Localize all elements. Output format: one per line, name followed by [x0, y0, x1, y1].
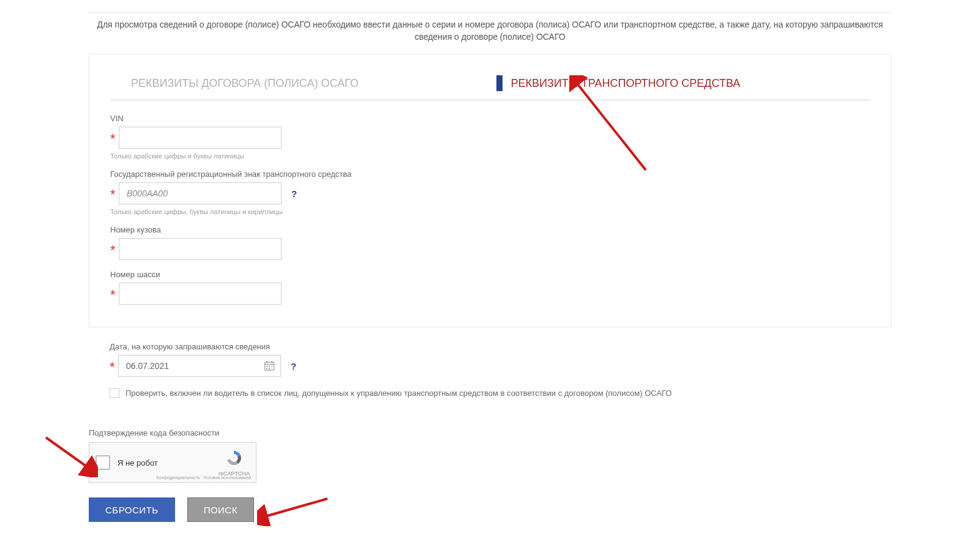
form-panel: РЕКВИЗИТЫ ДОГОВОРА (ПОЛИСА) ОСАГО РЕКВИЗ…	[89, 54, 891, 327]
field-date: Дата, на которую запрашиваются сведения …	[110, 342, 891, 377]
tabs: РЕКВИЗИТЫ ДОГОВОРА (ПОЛИСА) ОСАГО РЕКВИЗ…	[110, 69, 870, 100]
recaptcha-widget: Я не робот reCAPTCHA Конфиденциальность …	[89, 442, 256, 483]
recaptcha-legal: Конфиденциальность · Условия использован…	[156, 475, 251, 480]
driver-check-label: Проверить, включен ли водитель в список …	[125, 389, 671, 398]
required-asterisk: *	[110, 242, 119, 258]
field-chassis: Номер шасси *	[110, 270, 870, 305]
vin-hint: Только арабские цифры и буквы латиницы	[110, 152, 870, 160]
field-vin: VIN * Только арабские цифры и буквы лати…	[110, 114, 870, 160]
body-label: Номер кузова	[110, 225, 870, 234]
search-button[interactable]: ПОИСК	[187, 497, 254, 522]
field-grz: Государственный регистрационный знак тра…	[110, 169, 870, 215]
driver-checkbox[interactable]	[110, 388, 119, 398]
body-input[interactable]	[119, 238, 282, 260]
chassis-input[interactable]	[119, 283, 282, 305]
field-body: Номер кузова *	[110, 225, 870, 260]
required-asterisk: *	[110, 187, 119, 203]
driver-check-row: Проверить, включен ли водитель в список …	[110, 388, 891, 398]
recaptcha-checkbox[interactable]	[95, 455, 110, 470]
tab-active-indicator	[496, 75, 503, 91]
grz-hint: Только арабские цифры, буквы латиницы и …	[110, 208, 870, 215]
grz-label: Государственный регистрационный знак тра…	[110, 169, 870, 179]
recaptcha-icon	[223, 449, 244, 467]
required-asterisk: *	[110, 131, 119, 147]
date-label: Дата, на которую запрашиваются сведения	[110, 342, 891, 351]
tab-vehicle[interactable]: РЕКВИЗИТЫ ТРАНСПОРТНОГО СРЕДСТВА	[490, 69, 870, 100]
tab-vehicle-label: РЕКВИЗИТЫ ТРАНСПОРТНОГО СРЕДСТВА	[511, 77, 741, 90]
grz-input[interactable]	[119, 182, 282, 204]
tab-policy-label: РЕКВИЗИТЫ ДОГОВОРА (ПОЛИСА) ОСАГО	[131, 77, 359, 90]
tab-policy[interactable]: РЕКВИЗИТЫ ДОГОВОРА (ПОЛИСА) ОСАГО	[110, 69, 490, 100]
recaptcha-label: Я не робот	[118, 458, 158, 467]
intro-text: Для просмотра сведений о договоре (полис…	[89, 19, 891, 54]
date-input[interactable]	[118, 355, 281, 377]
grz-help-icon[interactable]: ?	[291, 188, 297, 199]
chassis-label: Номер шасси	[110, 270, 870, 279]
vin-input[interactable]	[119, 127, 282, 149]
svg-line-12	[46, 437, 89, 468]
required-asterisk: *	[110, 359, 118, 375]
date-help-icon[interactable]: ?	[291, 361, 296, 371]
captcha-title: Подтверждение кода безопасности	[89, 428, 891, 437]
reset-button[interactable]: СБРОСИТЬ	[89, 497, 175, 522]
vin-label: VIN	[110, 114, 870, 123]
required-asterisk: *	[110, 287, 119, 303]
